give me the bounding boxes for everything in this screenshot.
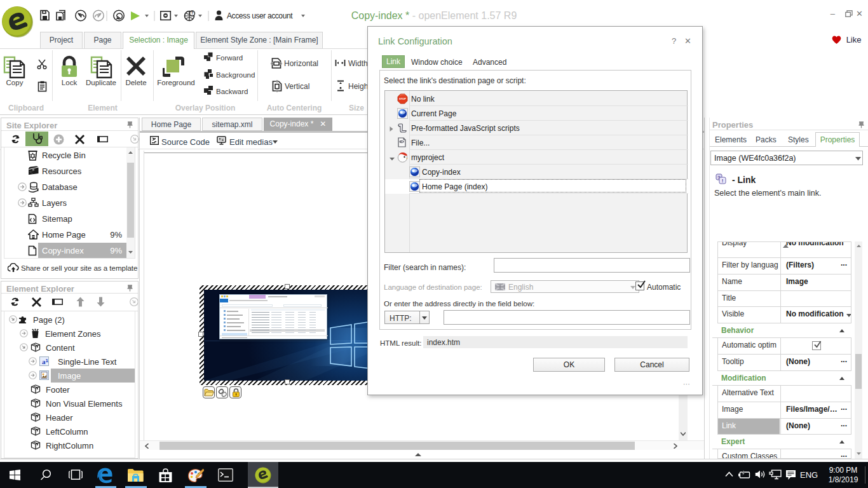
- svg-text:Access user account: Access user account: [227, 11, 293, 20]
- svg-text:!: !: [722, 178, 724, 184]
- svg-text:1: 1: [46, 358, 49, 363]
- svg-text:STOP: STOP: [399, 97, 406, 100]
- svg-text:?: ?: [191, 11, 194, 15]
